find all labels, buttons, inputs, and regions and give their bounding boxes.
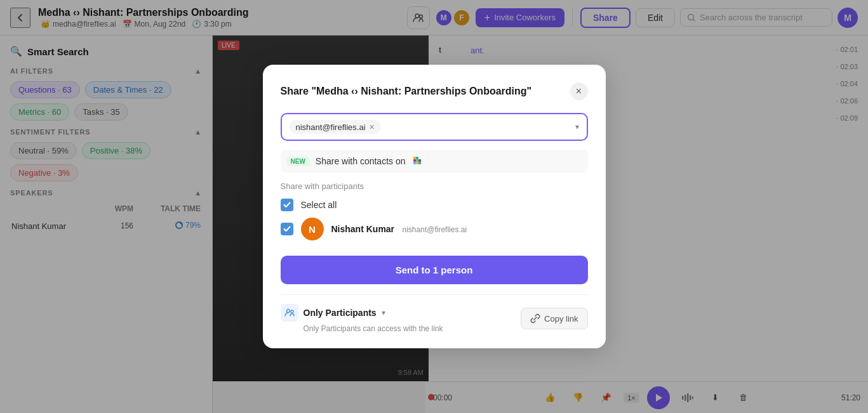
only-participants-button[interactable]: Only Participants ▾ [281, 304, 443, 322]
select-all-checkbox[interactable] [281, 199, 293, 211]
email-tag: nishant@fireflies.ai × [290, 120, 381, 134]
only-participants-sub: Only Participants can access with the li… [281, 324, 443, 333]
modal-footer: Only Participants ▾ Only Participants ca… [281, 294, 588, 333]
chevron-down-icon: ▾ [382, 308, 385, 317]
select-all-label: Select all [301, 200, 337, 210]
slack-icon [411, 155, 424, 167]
modal-close-button[interactable]: × [570, 82, 588, 100]
participants-icon [281, 304, 298, 322]
select-all-row: Select all [281, 199, 588, 211]
svg-rect-11 [413, 157, 416, 159]
email-tag-text: nishant@fireflies.ai [296, 122, 366, 132]
send-button[interactable]: Send to 1 person [281, 256, 588, 284]
svg-rect-17 [413, 162, 416, 164]
participant-info: Nishant Kumar nishant@fireflies.ai [331, 223, 467, 235]
participant-email: nishant@fireflies.ai [403, 225, 467, 234]
share-modal: Share "Medha ‹› Nishant: Partnerships On… [263, 65, 606, 348]
svg-point-19 [291, 310, 293, 313]
modal-title: Share "Medha ‹› Nishant: Partnerships On… [281, 86, 532, 97]
modal-header: Share "Medha ‹› Nishant: Partnerships On… [281, 82, 588, 100]
participant-checkbox[interactable] [281, 223, 293, 235]
copy-link-button[interactable]: Copy link [521, 308, 587, 329]
dropdown-arrow-icon[interactable]: ▾ [575, 122, 579, 131]
share-participants-label: Share with participants [281, 181, 588, 191]
participant-avatar: N [301, 218, 324, 240]
new-badge: NEW [287, 157, 309, 166]
svg-rect-15 [418, 162, 421, 164]
share-contacts-row[interactable]: NEW Share with contacts on [281, 150, 588, 173]
modal-overlay: Share "Medha ‹› Nishant: Partnerships On… [0, 0, 868, 413]
svg-point-18 [286, 310, 290, 313]
svg-rect-13 [416, 159, 418, 162]
share-contacts-text: Share with contacts on [316, 156, 406, 166]
copy-link-label: Copy link [544, 314, 578, 324]
participant-name: Nishant Kumar [331, 224, 395, 234]
svg-rect-14 [418, 159, 421, 162]
only-participants-label: Only Participants [304, 308, 377, 318]
participant-row: N Nishant Kumar nishant@fireflies.ai [281, 218, 588, 240]
email-input-box[interactable]: nishant@fireflies.ai × ▾ [281, 113, 588, 141]
svg-rect-12 [416, 157, 418, 159]
svg-rect-16 [416, 162, 418, 164]
svg-rect-10 [413, 159, 416, 162]
email-tag-remove[interactable]: × [370, 122, 375, 132]
